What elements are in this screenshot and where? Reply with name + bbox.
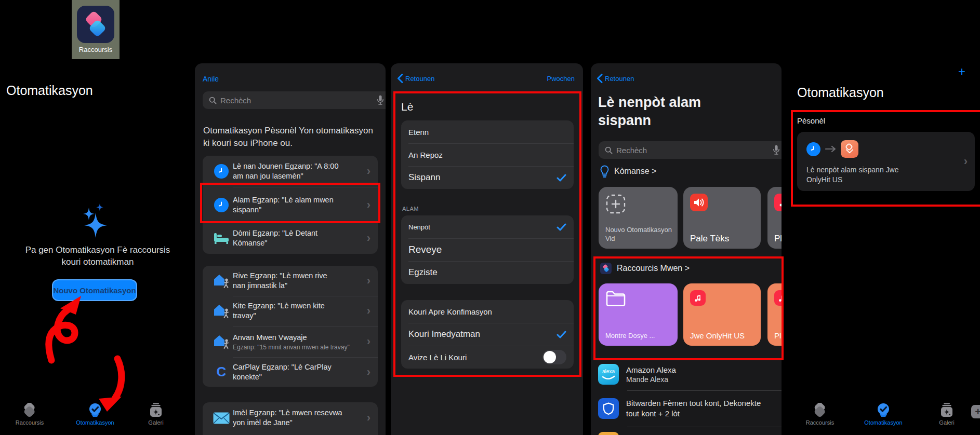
annotation-box-my-shortcuts (593, 256, 784, 360)
chevron-right-icon: › (367, 233, 370, 244)
list-item[interactable]: Anvan Mwen Vwayaje Egzanp: "15 minit anv… (203, 326, 378, 357)
bed-icon (213, 232, 230, 244)
tab-label: Galeri (148, 419, 163, 426)
gallery-icon (149, 403, 163, 417)
tab-galeri[interactable]: Galeri (133, 403, 179, 426)
back-button[interactable]: Retounen (397, 74, 434, 83)
list-item-label: Lè nan Jounen Egzanp: "A 8:00 am nan jou… (233, 161, 339, 181)
tab-galeri[interactable]: Galeri (923, 403, 970, 426)
example-group-2: Rive Egzanp: "Lè mwen rive nan jimnastik… (203, 266, 378, 387)
list-item[interactable]: Imèl Egzanp: "Lè mwen resevwa yon imèl d… (203, 402, 378, 433)
suggestions-header[interactable]: Kòmanse > (600, 165, 656, 178)
app-action: Bitwarden Fèmen tout kont, Dekonekte tou… (626, 398, 772, 419)
clipped-add-tab-icon[interactable]: + (971, 405, 980, 418)
tile-new-blank-automation[interactable]: Nouvo Otomatikasyon Vid (599, 187, 678, 249)
cancel-button[interactable]: Anile (203, 75, 219, 83)
tab-raccoursis[interactable]: Raccoursis (6, 403, 53, 426)
svg-text:alexa: alexa (602, 369, 615, 374)
clock-icon (214, 164, 229, 179)
tab-label: Galeri (939, 419, 954, 426)
back-label: Retounen (405, 75, 434, 83)
tile-clipped[interactable]: Pl (767, 187, 782, 249)
annotation-box-personal (791, 110, 980, 207)
arrive-icon (213, 273, 230, 289)
search-input[interactable]: Rechèch (599, 141, 782, 159)
mic-icon[interactable] (377, 95, 384, 105)
list-item-label: Kite Egzanp: "Lè mwen kite travay" (233, 301, 339, 321)
app-action: Mande Alexa (626, 375, 676, 384)
add-automation-button[interactable]: + (958, 64, 965, 79)
tab-raccoursis[interactable]: Raccoursis (797, 403, 843, 426)
tile-label: Pale Tèks (690, 234, 757, 243)
list-item[interactable]: Dòmi Egzanp: "Lè Detant Kòmanse" › (203, 223, 378, 254)
list-item[interactable]: C CarPlay Egzanp: "Lè CarPlay konekte" › (203, 357, 378, 387)
app-icon-label: Raccoursis (72, 46, 120, 53)
tile-pale-teks[interactable]: Pale Tèks (683, 187, 761, 249)
list-item-label: Imèl Egzanp: "Lè mwen resevwa yon imèl d… (233, 408, 345, 428)
suggestions-label: Kòmanse > (614, 167, 656, 176)
alexa-icon: alexa (598, 364, 619, 385)
tab-label: Otomatikasyon (864, 419, 902, 426)
examples-panel: Anile Rechèch Otomatikasyon Pèsonèl Yon … (195, 63, 386, 435)
automation-check-icon (88, 403, 102, 417)
back-button[interactable]: Retounen (597, 74, 634, 83)
mic-icon[interactable] (773, 145, 780, 155)
shortcuts-layers-icon (812, 403, 828, 417)
chevron-right-icon: › (367, 336, 370, 347)
chevron-right-icon: › (367, 305, 370, 317)
app-row-bitwarden[interactable]: Bitwarden Fèmen tout kont, Dekonekte tou… (591, 390, 782, 427)
search-input[interactable]: Rechèch (203, 91, 386, 109)
list-item-label: Dòmi Egzanp: "Lè Detant Kòmanse" (233, 228, 339, 248)
chevron-left-icon (597, 74, 603, 83)
new-automation-button[interactable]: Nouvo Otomatikasyon (52, 279, 137, 301)
sparkles-icon (77, 203, 118, 244)
tab-label: Otomatikasyon (76, 419, 114, 426)
screenshot-canvas: Raccoursis Otomatikasyon Pa gen Otomatik… (0, 0, 980, 435)
tab-otomatikasyon[interactable]: Otomatikasyon (72, 403, 118, 426)
tab-label: Raccoursis (806, 419, 834, 426)
desktop-app-tile[interactable]: Raccoursis (72, 0, 120, 59)
list-item-label: Rive Egzanp: "Lè mwen rive nan jimnastik… (233, 271, 339, 291)
panel-title: Lè nenpòt alam sispann (598, 93, 710, 130)
search-icon (605, 146, 613, 154)
chevron-left-icon (397, 74, 403, 83)
app-row-podcast[interactable]: Podkas (591, 427, 782, 435)
bitwarden-icon (598, 398, 619, 419)
app-name: Amazon Alexa (626, 365, 676, 374)
annotation-box-trigger-options (393, 91, 581, 377)
chevron-right-icon: › (367, 366, 370, 378)
bulb-icon (600, 165, 609, 178)
empty-state-message: Pa gen Otomatikasyon Fè raccoursis kouri… (15, 244, 181, 268)
chevron-right-icon: › (367, 412, 370, 424)
leave-icon (213, 303, 230, 319)
automation-check-icon (876, 403, 891, 417)
example-group-3: Imèl Egzanp: "Lè mwen resevwa yon imèl d… (203, 402, 378, 435)
speak-text-icon (690, 194, 708, 211)
tab-label: Raccoursis (16, 419, 44, 426)
travel-icon (213, 334, 230, 349)
tile-label: Pl (774, 234, 782, 243)
tile-label: Nouvo Otomatikasyon Vid (605, 225, 673, 243)
chevron-right-icon: › (367, 166, 370, 177)
podcast-icon (598, 432, 619, 435)
gallery-icon (939, 403, 954, 417)
app-row-alexa[interactable]: alexa Amazon Alexa Mande Alexa (591, 358, 782, 390)
next-button[interactable]: Pwochen (547, 75, 575, 83)
list-item[interactable]: Rive Egzanp: "Lè mwen rive nan jimnastik… (203, 266, 378, 296)
list-item[interactable]: Lè nan Jounen Egzanp: "A 8:00 am nan jou… (203, 156, 378, 187)
search-placeholder: Rechèch (220, 96, 251, 105)
list-item-subtitle: Egzanp: "15 minit anvan mwen ale travay" (233, 344, 352, 351)
search-icon (209, 97, 217, 104)
list-item[interactable]: Kite Egzanp: "Lè mwen kite travay" › (203, 296, 378, 326)
search-placeholder: Rechèch (616, 146, 647, 155)
tab-otomatikasyon[interactable]: Otomatikasyon (860, 403, 907, 426)
back-label: Retounen (605, 75, 634, 83)
shortcuts-app-icon (77, 6, 114, 43)
carplay-icon: C (210, 364, 233, 380)
dashed-plus-icon (605, 194, 626, 214)
page-title: Otomatikasyon (6, 83, 93, 98)
summary-title: Otomatikasyon (797, 85, 884, 100)
annotation-box-alam-row (200, 183, 380, 223)
actions-panel: Retounen Lè nenpòt alam sispann Rechèch (591, 63, 782, 435)
section-intro: Otomatikasyon Pèsonèl Yon otomatikasyon … (203, 125, 377, 149)
